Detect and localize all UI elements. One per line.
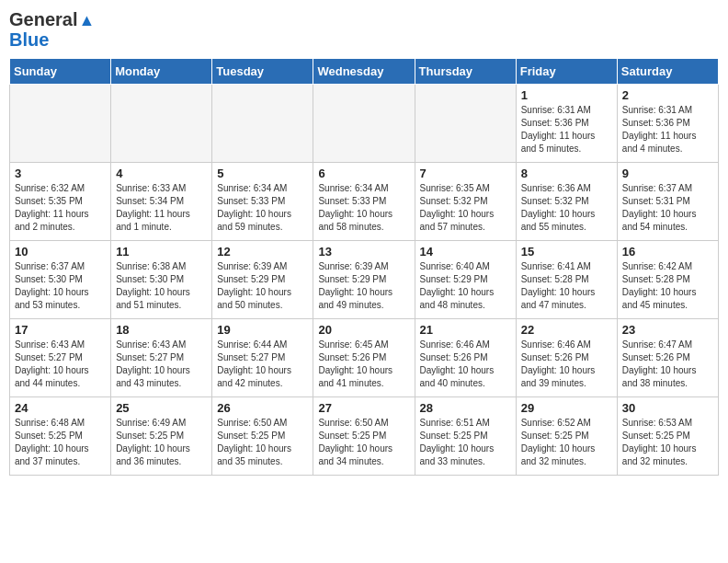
logo-subtitle: Blue — [9, 29, 49, 51]
day-info: Sunrise: 6:34 AM Sunset: 5:33 PM Dayligh… — [217, 182, 308, 234]
page-header: General▲ Blue — [9, 9, 719, 51]
calendar-cell — [415, 85, 516, 163]
calendar-cell: 1Sunrise: 6:31 AM Sunset: 5:36 PM Daylig… — [516, 85, 617, 163]
day-number: 25 — [116, 401, 207, 415]
calendar-cell: 5Sunrise: 6:34 AM Sunset: 5:33 PM Daylig… — [212, 163, 313, 241]
day-number: 12 — [217, 245, 308, 259]
calendar-cell: 2Sunrise: 6:31 AM Sunset: 5:36 PM Daylig… — [617, 85, 718, 163]
day-number: 7 — [420, 167, 511, 180]
day-header-saturday: Saturday — [617, 59, 718, 85]
day-number: 16 — [622, 245, 713, 259]
day-header-tuesday: Tuesday — [212, 59, 313, 85]
day-info: Sunrise: 6:41 AM Sunset: 5:28 PM Dayligh… — [521, 260, 612, 312]
day-number: 6 — [318, 167, 409, 180]
day-number: 23 — [622, 323, 713, 337]
day-header-sunday: Sunday — [10, 59, 111, 85]
week-row-2: 3Sunrise: 6:32 AM Sunset: 5:35 PM Daylig… — [10, 163, 719, 241]
calendar-cell — [313, 85, 415, 163]
day-info: Sunrise: 6:34 AM Sunset: 5:33 PM Dayligh… — [318, 182, 409, 234]
day-number: 8 — [521, 167, 612, 180]
calendar-cell: 15Sunrise: 6:41 AM Sunset: 5:28 PM Dayli… — [516, 241, 617, 319]
calendar-cell: 25Sunrise: 6:49 AM Sunset: 5:25 PM Dayli… — [111, 397, 212, 476]
day-info: Sunrise: 6:35 AM Sunset: 5:32 PM Dayligh… — [420, 182, 511, 234]
days-header-row: SundayMondayTuesdayWednesdayThursdayFrid… — [10, 59, 719, 85]
day-number: 21 — [420, 323, 511, 337]
calendar-cell: 8Sunrise: 6:36 AM Sunset: 5:32 PM Daylig… — [516, 163, 617, 241]
day-info: Sunrise: 6:45 AM Sunset: 5:26 PM Dayligh… — [318, 339, 409, 390]
day-number: 27 — [318, 401, 409, 415]
logo-text: General▲ — [9, 9, 95, 29]
calendar-cell: 12Sunrise: 6:39 AM Sunset: 5:29 PM Dayli… — [212, 241, 313, 319]
calendar-cell: 6Sunrise: 6:34 AM Sunset: 5:33 PM Daylig… — [313, 163, 415, 241]
day-info: Sunrise: 6:46 AM Sunset: 5:26 PM Dayligh… — [521, 339, 612, 390]
day-info: Sunrise: 6:43 AM Sunset: 5:27 PM Dayligh… — [116, 339, 207, 390]
day-number: 26 — [217, 401, 308, 415]
calendar-cell: 20Sunrise: 6:45 AM Sunset: 5:26 PM Dayli… — [313, 319, 415, 397]
calendar-cell: 4Sunrise: 6:33 AM Sunset: 5:34 PM Daylig… — [111, 163, 212, 241]
calendar-cell — [10, 85, 111, 163]
calendar-cell: 16Sunrise: 6:42 AM Sunset: 5:28 PM Dayli… — [617, 241, 718, 319]
calendar-cell: 18Sunrise: 6:43 AM Sunset: 5:27 PM Dayli… — [111, 319, 212, 397]
day-number: 14 — [420, 245, 511, 259]
calendar-cell: 23Sunrise: 6:47 AM Sunset: 5:26 PM Dayli… — [617, 319, 718, 397]
calendar-cell: 9Sunrise: 6:37 AM Sunset: 5:31 PM Daylig… — [617, 163, 718, 241]
day-info: Sunrise: 6:50 AM Sunset: 5:25 PM Dayligh… — [318, 417, 409, 468]
week-row-3: 10Sunrise: 6:37 AM Sunset: 5:30 PM Dayli… — [10, 241, 719, 319]
day-number: 28 — [420, 401, 511, 415]
day-number: 18 — [116, 323, 207, 337]
day-info: Sunrise: 6:42 AM Sunset: 5:28 PM Dayligh… — [622, 260, 713, 312]
calendar-cell: 22Sunrise: 6:46 AM Sunset: 5:26 PM Dayli… — [516, 319, 617, 397]
day-number: 5 — [217, 167, 308, 180]
day-info: Sunrise: 6:43 AM Sunset: 5:27 PM Dayligh… — [15, 339, 106, 390]
calendar-cell: 29Sunrise: 6:52 AM Sunset: 5:25 PM Dayli… — [516, 397, 617, 476]
day-number: 10 — [15, 245, 106, 259]
day-info: Sunrise: 6:31 AM Sunset: 5:36 PM Dayligh… — [622, 104, 713, 155]
calendar-cell: 13Sunrise: 6:39 AM Sunset: 5:29 PM Dayli… — [313, 241, 415, 319]
day-info: Sunrise: 6:49 AM Sunset: 5:25 PM Dayligh… — [116, 417, 207, 468]
day-number: 3 — [15, 167, 106, 180]
day-number: 9 — [622, 167, 713, 180]
day-info: Sunrise: 6:37 AM Sunset: 5:30 PM Dayligh… — [15, 260, 106, 312]
day-number: 11 — [116, 245, 207, 259]
day-number: 20 — [318, 323, 409, 337]
calendar-cell — [212, 85, 313, 163]
day-info: Sunrise: 6:51 AM Sunset: 5:25 PM Dayligh… — [420, 417, 511, 468]
calendar-cell: 3Sunrise: 6:32 AM Sunset: 5:35 PM Daylig… — [10, 163, 111, 241]
day-header-friday: Friday — [516, 59, 617, 85]
calendar-cell: 27Sunrise: 6:50 AM Sunset: 5:25 PM Dayli… — [313, 397, 415, 476]
day-number: 19 — [217, 323, 308, 337]
week-row-4: 17Sunrise: 6:43 AM Sunset: 5:27 PM Dayli… — [10, 319, 719, 397]
week-row-5: 24Sunrise: 6:48 AM Sunset: 5:25 PM Dayli… — [10, 397, 719, 476]
calendar-cell: 24Sunrise: 6:48 AM Sunset: 5:25 PM Dayli… — [10, 397, 111, 476]
day-info: Sunrise: 6:50 AM Sunset: 5:25 PM Dayligh… — [217, 417, 308, 468]
calendar-cell: 17Sunrise: 6:43 AM Sunset: 5:27 PM Dayli… — [10, 319, 111, 397]
calendar-cell: 19Sunrise: 6:44 AM Sunset: 5:27 PM Dayli… — [212, 319, 313, 397]
day-info: Sunrise: 6:40 AM Sunset: 5:29 PM Dayligh… — [420, 260, 511, 312]
day-number: 15 — [521, 245, 612, 259]
week-row-1: 1Sunrise: 6:31 AM Sunset: 5:36 PM Daylig… — [10, 85, 719, 163]
day-info: Sunrise: 6:53 AM Sunset: 5:25 PM Dayligh… — [622, 417, 713, 468]
calendar-cell: 26Sunrise: 6:50 AM Sunset: 5:25 PM Dayli… — [212, 397, 313, 476]
calendar-cell: 21Sunrise: 6:46 AM Sunset: 5:26 PM Dayli… — [415, 319, 516, 397]
day-number: 4 — [116, 167, 207, 180]
day-info: Sunrise: 6:46 AM Sunset: 5:26 PM Dayligh… — [420, 339, 511, 390]
day-info: Sunrise: 6:44 AM Sunset: 5:27 PM Dayligh… — [217, 339, 308, 390]
calendar-cell: 7Sunrise: 6:35 AM Sunset: 5:32 PM Daylig… — [415, 163, 516, 241]
day-number: 17 — [15, 323, 106, 337]
day-info: Sunrise: 6:33 AM Sunset: 5:34 PM Dayligh… — [116, 182, 207, 234]
logo: General▲ Blue — [9, 9, 95, 51]
calendar-cell: 10Sunrise: 6:37 AM Sunset: 5:30 PM Dayli… — [10, 241, 111, 319]
calendar-table: SundayMondayTuesdayWednesdayThursdayFrid… — [9, 58, 719, 476]
day-number: 24 — [15, 401, 106, 415]
day-info: Sunrise: 6:52 AM Sunset: 5:25 PM Dayligh… — [521, 417, 612, 468]
day-header-monday: Monday — [111, 59, 212, 85]
calendar-cell: 11Sunrise: 6:38 AM Sunset: 5:30 PM Dayli… — [111, 241, 212, 319]
day-info: Sunrise: 6:36 AM Sunset: 5:32 PM Dayligh… — [521, 182, 612, 234]
day-info: Sunrise: 6:39 AM Sunset: 5:29 PM Dayligh… — [217, 260, 308, 312]
day-info: Sunrise: 6:31 AM Sunset: 5:36 PM Dayligh… — [521, 104, 612, 155]
calendar-cell: 30Sunrise: 6:53 AM Sunset: 5:25 PM Dayli… — [617, 397, 718, 476]
day-number: 29 — [521, 401, 612, 415]
day-info: Sunrise: 6:32 AM Sunset: 5:35 PM Dayligh… — [15, 182, 106, 234]
day-header-wednesday: Wednesday — [313, 59, 415, 85]
day-info: Sunrise: 6:39 AM Sunset: 5:29 PM Dayligh… — [318, 260, 409, 312]
